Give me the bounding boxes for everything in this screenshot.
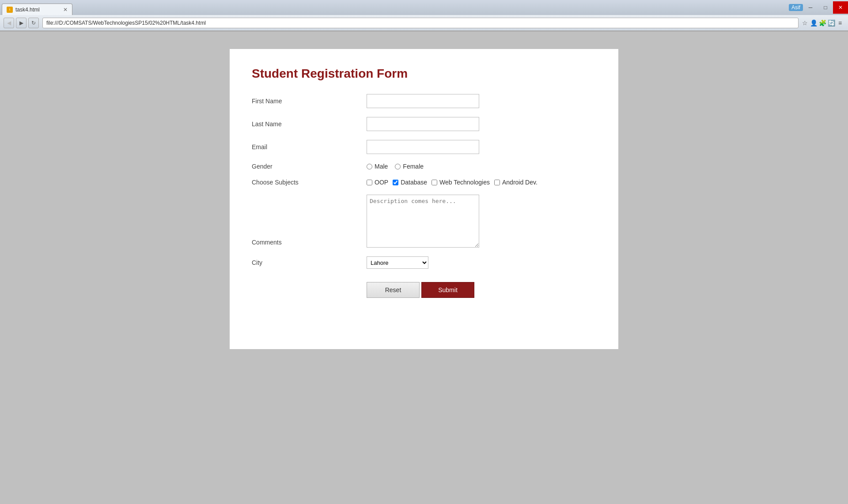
comments-row: Comments	[252, 195, 596, 248]
refresh-button[interactable]: ↻	[28, 18, 39, 28]
address-bar[interactable]	[42, 18, 799, 28]
user-icon[interactable]: 👤	[809, 19, 818, 27]
star-icon[interactable]: ☆	[800, 19, 809, 27]
gender-row: Gender Male Female	[252, 163, 596, 170]
sync-icon[interactable]: 🔄	[827, 19, 836, 27]
female-label: Female	[403, 163, 424, 170]
comments-label: Comments	[252, 239, 367, 248]
form-container: Student Registration Form First Name Las…	[230, 49, 618, 349]
subjects-group: OOP Database Web Technologies Android De…	[367, 179, 538, 186]
minimize-button[interactable]: ─	[803, 1, 818, 14]
last-name-label: Last Name	[252, 120, 367, 128]
back-button[interactable]: ◀	[4, 18, 14, 28]
male-option[interactable]: Male	[367, 163, 388, 170]
androiddev-option[interactable]: Android Dev.	[494, 179, 538, 186]
oop-option[interactable]: OOP	[367, 179, 388, 186]
oop-label: OOP	[375, 179, 388, 186]
gender-group: Male Female	[367, 163, 424, 170]
city-label: City	[252, 259, 367, 266]
database-option[interactable]: Database	[393, 179, 427, 186]
comments-textarea[interactable]	[367, 195, 479, 248]
database-checkbox[interactable]	[393, 180, 398, 185]
oop-checkbox[interactable]	[367, 180, 372, 185]
male-radio[interactable]	[367, 164, 372, 169]
city-select[interactable]: Lahore Karachi Islamabad Peshawar	[367, 256, 428, 269]
extensions-icon[interactable]: 🧩	[818, 19, 827, 27]
female-option[interactable]: Female	[395, 163, 424, 170]
tab-close-button[interactable]: ✕	[60, 7, 68, 13]
form-title: Student Registration Form	[252, 67, 596, 81]
email-input[interactable]	[367, 140, 479, 154]
androiddev-label: Android Dev.	[502, 179, 538, 186]
webtech-label: Web Technologies	[439, 179, 490, 186]
androiddev-checkbox[interactable]	[494, 180, 500, 185]
webtechnologies-option[interactable]: Web Technologies	[432, 179, 490, 186]
button-row: Reset Submit	[252, 282, 596, 298]
subjects-label: Choose Subjects	[252, 179, 367, 186]
forward-button[interactable]: ▶	[16, 18, 26, 28]
close-button[interactable]: ✕	[833, 1, 848, 14]
browser-tab[interactable]: t task4.html ✕	[2, 4, 72, 15]
email-row: Email	[252, 140, 596, 154]
tab-favicon: t	[7, 7, 13, 13]
male-label: Male	[375, 163, 388, 170]
first-name-row: First Name	[252, 94, 596, 108]
last-name-input[interactable]	[367, 117, 479, 131]
email-label: Email	[252, 143, 367, 150]
menu-icon[interactable]: ≡	[836, 19, 844, 27]
database-label: Database	[401, 179, 427, 186]
reset-button[interactable]: Reset	[367, 282, 420, 298]
first-name-input[interactable]	[367, 94, 479, 108]
first-name-label: First Name	[252, 98, 367, 105]
city-row: City Lahore Karachi Islamabad Peshawar	[252, 256, 596, 269]
tab-title: task4.html	[15, 7, 40, 13]
submit-button[interactable]: Submit	[421, 282, 474, 298]
maximize-button[interactable]: □	[818, 1, 833, 14]
last-name-row: Last Name	[252, 117, 596, 131]
user-badge: Asif	[789, 4, 803, 11]
webtech-checkbox[interactable]	[432, 180, 437, 185]
gender-label: Gender	[252, 163, 367, 170]
female-radio[interactable]	[395, 164, 401, 169]
page-wrapper: Student Registration Form First Name Las…	[0, 31, 848, 376]
subjects-row: Choose Subjects OOP Database Web Technol…	[252, 179, 596, 186]
